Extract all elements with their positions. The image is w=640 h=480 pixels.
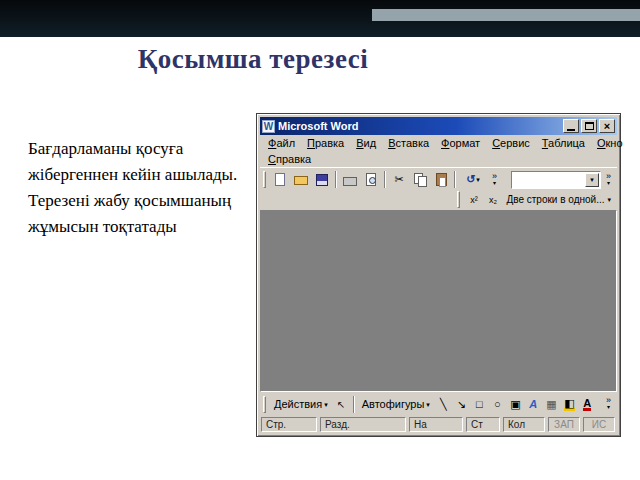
word-window: W Microsoft Word × Файл Правка Вид Встав… [256,113,621,437]
standard-toolbar: ✂ ↺ ▾ » ▾ ▾ » ▾ [260,167,617,191]
window-title: Microsoft Word [278,120,560,132]
menu-format[interactable]: Формат [435,136,486,151]
undo-dropdown-icon: ▾ [476,176,480,183]
combo-dropdown-icon[interactable]: ▾ [585,173,599,187]
subscript-icon: x₂ [489,195,497,205]
document-area[interactable] [260,210,617,392]
save-icon [316,174,328,186]
chevron-down-icon: ▾ [607,404,610,411]
cut-button[interactable]: ✂ [389,170,409,190]
menu-edit[interactable]: Правка [301,136,350,151]
diagram-button[interactable]: ▦ [543,395,560,413]
arrow-button[interactable]: ↘ [453,395,470,413]
menu-help[interactable]: Справка [262,152,317,167]
paste-icon [436,173,447,186]
menu-view[interactable]: Вид [350,136,382,151]
toolbar-grip[interactable] [457,191,460,208]
chevron-down-icon: ▾ [607,180,610,187]
line-button[interactable]: ╲ [435,395,452,413]
subscript-button[interactable]: x₂ [484,192,501,207]
status-column: Кол [503,417,545,432]
diagram-icon: ▦ [546,398,556,411]
copy-button[interactable] [410,170,430,190]
toolbar-separator [335,171,337,188]
toolbar-grip[interactable] [263,396,266,413]
arrow-icon: ↘ [457,398,466,411]
window-titlebar[interactable]: W Microsoft Word × [260,117,617,135]
style-combobox[interactable]: ▾ [511,171,601,189]
new-document-icon [275,173,285,186]
status-section: Разд. [320,417,406,432]
line-icon: ╲ [440,398,447,411]
oval-icon: ○ [494,398,501,410]
menu-window[interactable]: Окно [591,136,629,151]
print-button[interactable] [340,170,360,190]
maximize-button[interactable] [581,119,597,133]
menu-bar-row2: Справка [260,151,617,167]
status-line: Ст [466,417,500,432]
open-folder-icon [294,176,308,185]
wordart-button[interactable]: A [525,395,542,413]
print-icon [343,177,357,186]
toolbar-options-chevron[interactable]: » ▾ [602,397,615,411]
header-accent-bar [372,9,640,21]
wordart-icon: A [529,398,537,410]
status-page: Стр. [261,417,317,432]
paste-button[interactable] [431,170,451,190]
slide: Қосымша терезесі Бағдарламаны қосуға жіб… [0,0,640,480]
superscript-button[interactable]: x² [465,192,482,207]
status-bar: Стр. Разд. На Ст Кол ЗАП ИС [260,415,617,433]
chevron-icon: » [606,173,611,180]
toolbar-separator [384,171,386,188]
two-lines-in-one-dropdown[interactable]: Две строки в одной... ▾ [503,192,614,207]
status-at: На [409,417,463,432]
toolbar-options-chevron-right[interactable]: » ▾ [602,173,615,187]
superscript-icon: x² [470,195,478,205]
menu-insert[interactable]: Вставка [382,136,435,151]
open-button[interactable] [291,170,311,190]
menu-table[interactable]: Таблица [536,136,591,151]
undo-icon: ↺ [466,174,475,185]
close-button[interactable]: × [599,119,615,133]
slide-body-text: Бағдарламаны қосуға жібергеннен кейін аш… [28,136,250,240]
status-trk-mode: ИС [583,417,615,432]
draw-actions-label: Действия [274,398,322,410]
toolbar-grip[interactable] [263,171,266,188]
save-button[interactable] [312,170,332,190]
print-preview-button[interactable] [361,170,381,190]
rectangle-button[interactable]: □ [471,395,488,413]
window-controls: × [563,119,615,133]
select-objects-icon: ↖ [337,399,345,410]
chevron-down-icon: ▾ [493,180,496,187]
print-preview-icon [366,173,376,186]
text-box-icon: ▣ [510,398,520,411]
menu-bar-row1: Файл Правка Вид Вставка Формат Сервис Та… [260,135,617,151]
minimize-button[interactable] [563,119,579,133]
oval-button[interactable]: ○ [489,395,506,413]
slide-title: Қосымша терезесі [43,44,463,75]
toolbar-options-chevron[interactable]: » ▾ [488,173,501,187]
status-rec-mode: ЗАП [548,417,580,432]
drawing-toolbar: Действия ▾ ↖ Автофигуры ▾ ╲ ↘ □ ○ ▣ A ▦ … [260,393,617,415]
dropdown-icon: ▾ [324,401,328,408]
autoshapes-label: Автофигуры [362,398,425,410]
undo-button[interactable]: ↺ ▾ [459,170,487,190]
menu-file[interactable]: Файл [262,136,301,151]
minimize-icon [567,129,575,131]
text-box-button[interactable]: ▣ [507,395,524,413]
word-app-icon: W [262,120,275,133]
select-objects-button[interactable]: ↖ [333,395,350,413]
toolbar-separator [454,171,456,188]
copy-icon [414,173,426,186]
menu-tools[interactable]: Сервис [486,136,536,151]
font-color-button[interactable]: А [579,395,596,413]
fill-color-button[interactable]: ◧ [561,395,578,413]
toolbar-separator [353,396,355,413]
maximize-icon [585,122,594,130]
autoshapes-menu[interactable]: Автофигуры ▾ [358,396,434,412]
draw-actions-menu[interactable]: Действия ▾ [270,396,332,412]
rectangle-icon: □ [476,398,483,410]
fill-color-icon: ◧ [564,398,574,411]
new-document-button[interactable] [270,170,290,190]
chevron-icon: » [492,173,497,180]
